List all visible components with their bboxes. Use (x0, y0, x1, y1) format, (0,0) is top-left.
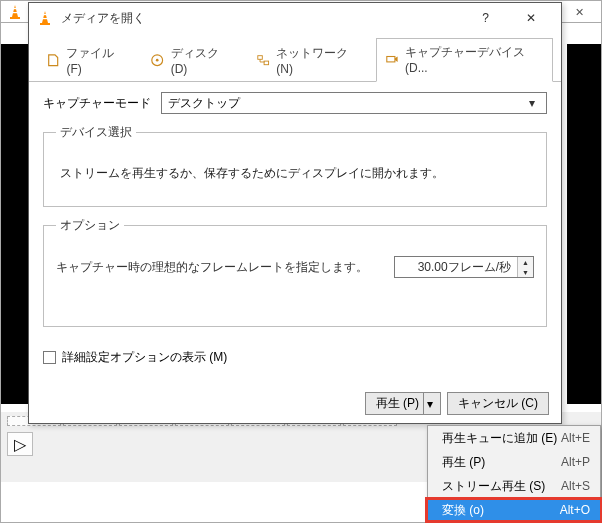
cancel-button-label: キャンセル (C) (458, 395, 538, 412)
menu-item-shortcut: Alt+E (561, 431, 590, 445)
tab-label: ファイル (F) (66, 45, 130, 76)
file-icon (46, 53, 60, 68)
svg-marker-0 (12, 5, 18, 17)
capture-mode-label: キャプチャーモード (43, 95, 151, 112)
play-split-button[interactable]: 再生 (P) ▾ (365, 392, 441, 415)
menu-item-convert[interactable]: 変換 (o) Alt+O (428, 498, 600, 522)
close-icon: ✕ (575, 6, 584, 19)
svg-marker-4 (42, 11, 48, 23)
chevron-down-icon: ▾ (427, 397, 433, 411)
tab-label: ディスク (D) (171, 45, 236, 76)
svg-rect-12 (386, 57, 394, 62)
menu-item-enqueue[interactable]: 再生キューに追加 (E) Alt+E (428, 426, 600, 450)
device-select-legend: デバイス選択 (56, 124, 136, 141)
bg-play-button[interactable]: ▷ (7, 432, 33, 456)
dialog-footer: 再生 (P) ▾ キャンセル (C) (365, 392, 549, 415)
video-area-right (567, 44, 601, 404)
chevron-down-icon: ▾ (524, 96, 540, 110)
options-group: オプション キャプチャー時の理想的なフレームレートを指定します。 30.00フレ… (43, 217, 547, 327)
play-dropdown-menu: 再生キューに追加 (E) Alt+E 再生 (P) Alt+P ストリーム再生 … (427, 425, 601, 523)
dialog-help-button[interactable]: ? (463, 4, 508, 32)
svg-rect-11 (264, 61, 268, 65)
advanced-options-label: 詳細設定オプションの表示 (M) (62, 349, 227, 366)
tab-capture-device[interactable]: キャプチャーデバイス(D... (376, 38, 553, 82)
dialog-titlebar: メディアを開く ? ✕ (29, 3, 561, 33)
menu-item-play[interactable]: 再生 (P) Alt+P (428, 450, 600, 474)
menu-item-label: 変換 (o) (442, 502, 484, 519)
svg-rect-2 (13, 8, 18, 9)
video-area-left (1, 44, 29, 404)
device-hint-text: ストリームを再生するか、保存するためにディスプレイに開かれます。 (56, 155, 534, 188)
svg-rect-3 (12, 12, 18, 13)
network-icon (256, 53, 270, 68)
play-dropdown-toggle[interactable]: ▾ (423, 393, 436, 414)
dialog-title: メディアを開く (61, 10, 145, 27)
svg-rect-6 (43, 14, 48, 15)
menu-item-shortcut: Alt+S (561, 479, 590, 493)
close-icon: ✕ (526, 11, 536, 25)
device-select-group: デバイス選択 ストリームを再生するか、保存するためにディスプレイに開かれます。 (43, 124, 547, 207)
capture-icon (385, 52, 399, 67)
options-legend: オプション (56, 217, 124, 234)
fps-spinbox[interactable]: 30.00フレーム/秒 ▲ ▼ (394, 256, 534, 278)
svg-rect-10 (258, 55, 262, 59)
tab-disc[interactable]: ディスク (D) (141, 38, 247, 82)
advanced-options-checkbox[interactable] (43, 351, 56, 364)
play-icon: ▷ (14, 435, 26, 454)
svg-rect-5 (40, 23, 50, 25)
fps-label: キャプチャー時の理想的なフレームレートを指定します。 (56, 259, 368, 276)
svg-rect-1 (10, 17, 20, 19)
dialog-close-button[interactable]: ✕ (508, 4, 553, 32)
vlc-cone-icon (7, 4, 23, 20)
menu-item-shortcut: Alt+P (561, 455, 590, 469)
tab-network[interactable]: ネットワーク (N) (247, 38, 376, 82)
capture-mode-select[interactable]: デスクトップ ▾ (161, 92, 547, 114)
open-media-dialog: メディアを開く ? ✕ ファイル (F) ディスク (D) ネットワーク (N)… (28, 2, 562, 424)
menu-item-stream[interactable]: ストリーム再生 (S) Alt+S (428, 474, 600, 498)
fps-value: 30.00フレーム/秒 (395, 259, 517, 276)
menu-item-label: 再生キューに追加 (E) (442, 430, 557, 447)
tabs: ファイル (F) ディスク (D) ネットワーク (N) キャプチャーデバイス(… (29, 33, 561, 82)
capture-mode-value: デスクトップ (168, 95, 240, 112)
play-button-label: 再生 (P) (376, 395, 419, 412)
spin-down-icon[interactable]: ▼ (518, 267, 533, 277)
svg-point-9 (156, 59, 159, 62)
menu-item-label: 再生 (P) (442, 454, 485, 471)
menu-item-label: ストリーム再生 (S) (442, 478, 545, 495)
tab-label: キャプチャーデバイス(D... (405, 44, 542, 75)
cancel-button[interactable]: キャンセル (C) (447, 392, 549, 415)
menu-item-shortcut: Alt+O (560, 503, 590, 517)
tab-file[interactable]: ファイル (F) (37, 38, 141, 82)
bg-close-button[interactable]: ✕ (557, 1, 601, 23)
tab-label: ネットワーク (N) (276, 45, 364, 76)
help-icon: ? (482, 11, 489, 25)
dialog-body: キャプチャーモード デスクトップ ▾ デバイス選択 ストリームを再生するか、保存… (29, 82, 561, 335)
vlc-cone-icon (37, 10, 53, 26)
svg-rect-7 (42, 18, 48, 19)
disc-icon (150, 53, 164, 68)
spin-up-icon[interactable]: ▲ (518, 257, 533, 267)
